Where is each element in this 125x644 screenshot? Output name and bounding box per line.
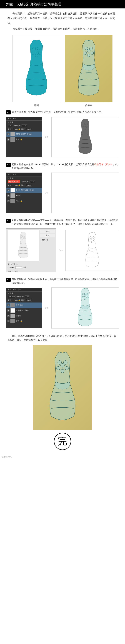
blend-select[interactable]: 颜色加深	[8, 295, 15, 298]
step2-result	[51, 172, 119, 213]
ok-button[interactable]: 确定	[40, 230, 55, 233]
layer-bg[interactable]: 👁背景🔒	[6, 198, 42, 204]
tab-paths[interactable]: 路径	[18, 288, 21, 291]
layer-label: 背景	[16, 320, 19, 322]
layer-desat[interactable]: 👁CTRL+SHIFT+U去色	[6, 132, 42, 137]
step1-result	[51, 117, 119, 157]
fill-value[interactable]: 100%	[26, 128, 32, 130]
kind-label: ▷ 类型	[8, 292, 13, 294]
eye-icon[interactable]: 👁	[7, 315, 9, 317]
eye-icon[interactable]: 👁	[7, 189, 9, 191]
footer-credit: 思维设计论坛	[0, 455, 125, 459]
layer-merge[interactable]: 👁线性减淡（添加）	[6, 308, 42, 313]
step-text-04: 复制背景图层，调整图层到最上方，混合模式选择颜色加深，不透明度33%（根据自己想…	[12, 277, 119, 285]
ps-layers-panel-01: 图层通道 ▷ 类型 正常不透明度:100% 锁定:⊞ ✎ ⊕ 🔒填充:100% …	[6, 117, 42, 157]
original-image	[12, 35, 60, 102]
layer-desat[interactable]: 👁去色层	[6, 193, 42, 198]
compare-row: 原图 效果图	[0, 34, 125, 108]
layer-bgcopy[interactable]: 👁背景 副本	[6, 302, 42, 308]
lock-icon: 🔒	[20, 138, 22, 140]
blend-select[interactable]: 正常	[8, 124, 12, 127]
preview-checkbox[interactable]: ✓ 预览(P)	[40, 238, 55, 241]
arrow-icon: >>	[58, 248, 64, 252]
eye-icon[interactable]: 👁	[7, 320, 9, 322]
fill-value[interactable]: 100%	[26, 184, 32, 186]
step-text-03: 对刚才的图层执行滤镜——其它——最小值(半径1，保留方形)，到此步单色线稿已基本…	[12, 218, 119, 226]
eye-icon[interactable]: 👁	[7, 200, 9, 202]
keep-label: 保留:	[8, 270, 12, 272]
step-num-01: 01	[6, 110, 11, 114]
result-image	[65, 35, 113, 102]
radius-input[interactable]	[15, 266, 22, 269]
intro-p1: 做电商设计，经常会用到一些设计师寄语之类的模块的设计，需要简单的制作一个线稿的东…	[7, 11, 118, 26]
page-title: 淘宝、天猫设计师线稿方法简单整理	[0, 0, 125, 8]
blend-select-highlighted[interactable]: 线性减淡 (添...	[8, 180, 20, 183]
lock-label: 锁定:	[8, 184, 11, 186]
tab-channels[interactable]: 通道	[13, 118, 16, 120]
eye-icon[interactable]: 👁	[7, 138, 9, 140]
layer-label: CTRL+SHIFT+U去色	[16, 133, 32, 135]
eye-icon[interactable]: 👁	[7, 304, 9, 306]
layer-bg[interactable]: 👁背景🔒	[6, 318, 42, 324]
px-label: 像素	[23, 266, 26, 269]
intro-block: 做电商设计，经常会用到一些设计师寄语之类的模块的设计，需要简单的制作一个线稿的东…	[0, 8, 125, 34]
layer-label: 去色层	[16, 314, 21, 317]
layer-label: 去色层	[16, 194, 21, 197]
fill-label: 填充:	[21, 299, 25, 302]
layer-label: 线性减淡（添加）	[16, 309, 29, 312]
filter-dialog: 确定 取消 ✓ 预览(P) ⊖100%⊕ 半径(R):像素 保留:方形	[6, 228, 56, 272]
cancel-button[interactable]: 取消	[40, 234, 55, 237]
caption-result: 效果图	[65, 102, 113, 107]
step-num-03: 03	[6, 218, 11, 223]
lock-label: 锁定:	[8, 128, 11, 130]
ps-layers-panel-02: 图层通道 ▷ 类型 线性减淡 (添...不透明度:100% 锁定:⊞ ✎ ⊕ 🔒…	[6, 172, 42, 213]
layer-linear[interactable]: 👁图层1_线性减淡（添加）	[6, 188, 42, 193]
layer-label: 图层1_线性减淡（添加）	[16, 189, 35, 191]
opacity-value[interactable]: 100%	[21, 124, 27, 127]
opacity-label: 不透明度:	[13, 124, 21, 127]
final-text: OK，到现在基本效果已经达到了，可以盖印图层，然后看到到想用的地方，进行正片叠底…	[0, 331, 125, 344]
step-num-02: 02	[6, 163, 11, 167]
lock-label: 锁定:	[8, 299, 11, 302]
layer-bg[interactable]: 👁背景🔒	[6, 137, 42, 142]
fill-label: 填充:	[21, 128, 25, 130]
step3-result	[65, 230, 119, 271]
step-text-02: 把刚才操作的去色层CTRL+J再复制一层，CTRL+I进行反相，然后混合模式选择…	[12, 162, 119, 170]
layer-label: 背景	[16, 200, 19, 202]
tab-channels[interactable]: 通道	[13, 173, 16, 176]
arrow-icon: >>	[44, 135, 50, 139]
fill-label: 填充:	[21, 184, 25, 186]
kind-label: ▷ 类型	[8, 121, 13, 124]
arrow-icon: >>	[44, 191, 50, 194]
opacity-label: 不透明度:	[16, 296, 24, 298]
intro-p2: 首先看一下原始图片和最终效果吧，只是简单的处理，大婶们轻拍，基础教程。	[7, 26, 118, 31]
tab-layers[interactable]: 图层	[8, 118, 11, 120]
fill-value[interactable]: 100%	[26, 299, 32, 302]
ps-layers-panel-04: 图层通道路径 ▷ 类型 颜色加深不透明度:33% 锁定:⊞ ✎ ⊕ 🔒填充:10…	[6, 288, 42, 328]
tab-layers[interactable]: 图层	[8, 173, 11, 176]
eye-icon[interactable]: 👁	[7, 194, 9, 197]
radius-label: 半径(R):	[8, 266, 14, 269]
opacity-label: 不透明度:	[21, 180, 29, 183]
layer-label: 背景 副本	[16, 304, 23, 306]
opacity-value[interactable]: 33%	[25, 296, 29, 298]
kind-label: ▷ 类型	[8, 177, 13, 179]
arrow-icon: >>	[44, 306, 50, 310]
lock-icon: 🔒	[20, 320, 22, 322]
filter-preview	[8, 230, 39, 261]
tab-channels[interactable]: 通道	[13, 288, 16, 291]
lock-icon: 🔒	[20, 200, 22, 202]
step-num-04: 04	[6, 278, 11, 282]
layer-label: 背景	[16, 138, 19, 140]
layer-desat[interactable]: 👁去色层	[6, 313, 42, 318]
tab-layers[interactable]: 图层	[8, 288, 11, 291]
step-text-01: 首先打开原图，把背景层CTRL+J复制一个图层CTRL+SHIFT+U进行去色命…	[12, 110, 119, 114]
eye-icon[interactable]: 👁	[7, 133, 9, 135]
keep-select[interactable]: 方形	[13, 270, 19, 273]
final-image	[33, 345, 92, 430]
opacity-value[interactable]: 100%	[29, 180, 35, 183]
step4-result	[51, 288, 119, 328]
caption-original: 原图	[12, 102, 60, 107]
eye-icon[interactable]: 👁	[7, 310, 9, 312]
end-seal: 完	[54, 433, 71, 450]
